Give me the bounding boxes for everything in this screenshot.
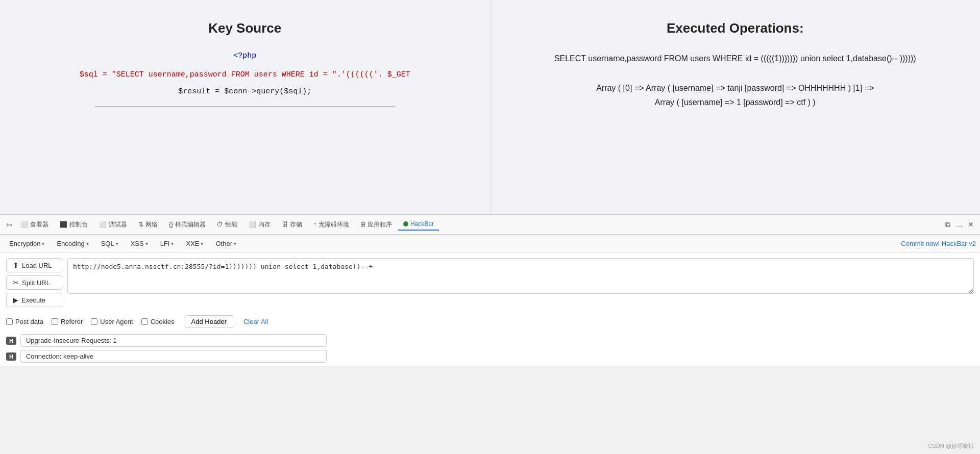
encryption-chevron-icon: ▾: [42, 241, 44, 246]
url-input[interactable]: http://node5.anna.nssctf.cn:28555/?id=1)…: [67, 258, 974, 294]
tab-storage[interactable]: 🗄 存储: [277, 218, 307, 231]
header-input-1[interactable]: [20, 334, 327, 347]
post-data-checkbox[interactable]: [6, 318, 13, 325]
inspector-icon: ⬜: [20, 221, 28, 228]
referer-label: Referer: [61, 318, 83, 325]
devtools-more-icon[interactable]: …: [953, 218, 965, 231]
user-agent-checkbox[interactable]: [91, 318, 97, 325]
executed-query: SELECT username,password FROM users WHER…: [521, 52, 950, 66]
menu-lfi-label: LFI: [160, 240, 170, 247]
style-editor-icon: {}: [169, 221, 173, 228]
menu-xss[interactable]: XSS ▾: [126, 238, 153, 249]
hackbar-buttons: ⬆ Load URL ✂ Split URL ▶ Execute: [6, 258, 62, 307]
clear-all-button[interactable]: Clear All: [243, 318, 268, 325]
execute-icon: ▶: [13, 296, 18, 304]
tab-network[interactable]: ⇅ 网络: [133, 218, 163, 231]
key-source-panel: Key Source <?php $sql = "SELECT username…: [0, 0, 491, 214]
debugger-icon: ⬜: [99, 221, 107, 228]
php-tag: <?php: [233, 52, 256, 60]
menu-lfi[interactable]: LFI ▾: [155, 238, 179, 249]
execute-button[interactable]: ▶ Execute: [6, 293, 62, 307]
menu-xss-label: XSS: [131, 240, 144, 247]
header-badge-1: H: [6, 337, 16, 345]
menu-encryption-label: Encryption: [9, 240, 40, 247]
load-url-label: Load URL: [22, 262, 52, 269]
hackbar-body: ⬆ Load URL ✂ Split URL ▶ Execute http://…: [0, 253, 980, 312]
key-source-title: Key Source: [31, 20, 459, 36]
memory-icon: ⬜: [249, 221, 256, 228]
tab-style-editor-label: 样式编辑器: [175, 220, 206, 229]
tab-hackbar[interactable]: HackBar: [398, 218, 439, 231]
menu-sql-label: SQL: [101, 240, 114, 247]
devtools-back-icon[interactable]: ⇦: [4, 218, 14, 231]
tab-console-label: 控制台: [69, 220, 88, 229]
post-data-checkbox-label[interactable]: Post data: [6, 318, 43, 325]
tab-memory[interactable]: ⬜ 内存: [243, 218, 276, 231]
tab-memory-label: 内存: [258, 220, 271, 229]
menu-other[interactable]: Other ▾: [210, 238, 241, 249]
menu-encoding[interactable]: Encoding ▾: [52, 238, 93, 249]
load-url-icon: ⬆: [13, 261, 19, 269]
cookies-label: Cookies: [151, 318, 175, 325]
code-line2: $result = $conn->query($sql);: [178, 87, 311, 96]
network-icon: ⇅: [138, 221, 143, 228]
lfi-chevron-icon: ▾: [171, 241, 174, 246]
tab-debugger-label: 调试器: [109, 220, 127, 229]
header-rows: H H: [0, 331, 980, 366]
tab-apps[interactable]: ⊞ 应用程序: [355, 218, 397, 231]
post-data-label: Post data: [15, 318, 43, 325]
load-url-button[interactable]: ⬆ Load URL: [6, 258, 62, 272]
tab-inspector[interactable]: ⬜ 查看器: [15, 218, 54, 231]
devtools-close-icon[interactable]: ✕: [966, 218, 976, 231]
sql-chevron-icon: ▾: [116, 241, 118, 246]
tab-style-editor[interactable]: {} 样式编辑器: [164, 218, 211, 231]
tab-network-label: 网络: [145, 220, 158, 229]
performance-icon: ⏱: [217, 221, 223, 228]
menu-encryption[interactable]: Encryption ▾: [4, 238, 50, 249]
apps-icon: ⊞: [360, 221, 365, 228]
split-url-icon: ✂: [13, 279, 19, 287]
tab-hackbar-label: HackBar: [410, 220, 434, 228]
xxe-chevron-icon: ▾: [201, 241, 203, 246]
referer-checkbox[interactable]: [52, 318, 58, 325]
menu-other-label: Other: [215, 240, 232, 247]
commit-now-text[interactable]: Commit now! HackBar v2: [901, 240, 976, 247]
user-agent-checkbox-label[interactable]: User Agent: [91, 318, 133, 325]
executed-result2: Array ( [username] => 1 [password] => ct…: [521, 95, 950, 110]
referer-checkbox-label[interactable]: Referer: [52, 318, 83, 325]
split-url-button[interactable]: ✂ Split URL: [6, 275, 62, 290]
devtools-duplicate-icon[interactable]: ⧉: [943, 218, 952, 231]
tab-console[interactable]: ⬛ 控制台: [55, 218, 93, 231]
tab-debugger[interactable]: ⬜ 调试器: [94, 218, 132, 231]
hackbar-area: Encryption ▾ Encoding ▾ SQL ▾ XSS ▾ LFI …: [0, 235, 980, 366]
execute-label: Execute: [21, 296, 45, 304]
menu-xxe[interactable]: XXE ▾: [181, 238, 208, 249]
add-header-button[interactable]: Add Header: [185, 315, 233, 328]
tab-apps-label: 应用程序: [368, 220, 392, 229]
hackbar-checkboxes: Post data Referer User Agent Cookies Add…: [0, 312, 980, 331]
menu-encoding-label: Encoding: [57, 240, 84, 247]
tab-performance[interactable]: ⏱ 性能: [212, 218, 242, 231]
cookies-checkbox[interactable]: [141, 318, 148, 325]
tab-performance-label: 性能: [225, 220, 237, 229]
executed-title: Executed Operations:: [521, 20, 950, 36]
header-badge-2: H: [6, 352, 16, 361]
executed-result1: Array ( [0] => Array ( [username] => tan…: [521, 81, 950, 96]
tab-inspector-label: 查看器: [30, 220, 48, 229]
storage-icon: 🗄: [282, 221, 288, 228]
accessibility-icon: ↑: [313, 221, 316, 228]
cookies-checkbox-label[interactable]: Cookies: [141, 318, 175, 325]
tab-storage-label: 存储: [290, 220, 302, 229]
code-line1: $sql = "SELECT username,password FROM us…: [80, 70, 410, 79]
tab-accessibility[interactable]: ↑ 无障碍环境: [308, 218, 354, 231]
header-input-2[interactable]: [20, 350, 327, 363]
hackbar-menu: Encryption ▾ Encoding ▾ SQL ▾ XSS ▾ LFI …: [0, 235, 980, 253]
other-chevron-icon: ▾: [234, 241, 236, 246]
executed-panel: Executed Operations: SELECT username,pas…: [491, 0, 981, 214]
split-url-label: Split URL: [22, 279, 50, 287]
menu-sql[interactable]: SQL ▾: [96, 238, 124, 249]
menu-xxe-label: XXE: [186, 240, 199, 247]
watermark: CSDN @妙尽璇玑: [928, 442, 974, 450]
encoding-chevron-icon: ▾: [86, 241, 89, 246]
user-agent-label: User Agent: [100, 318, 133, 325]
